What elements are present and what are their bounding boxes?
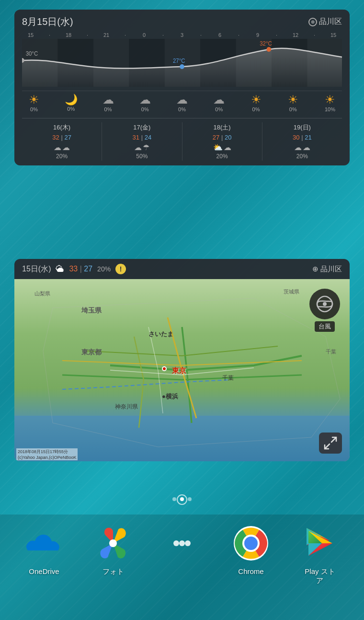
typhoon-label: 台風 [315, 321, 335, 332]
location-label: 品川区 [319, 17, 342, 27]
forecast-day-4: 19(日) 30 | 21 ☁ ☁ 20% [262, 122, 342, 161]
weather-icons-row: ☀ 0% 🌙 0% ☁ 0% ☁ 0% ☁ 0% ☁ 0% ☀ 0% ☀ 0% [22, 91, 342, 114]
w2-date: 15日(水) [22, 264, 51, 274]
timeline-item: 6 [213, 32, 227, 38]
saitama-city-label: さいたま [148, 330, 173, 339]
forecast-icon: ⛅ [213, 143, 223, 152]
svg-point-22 [185, 540, 191, 546]
kanagawa-label: 神奈川県 [115, 403, 138, 411]
forecast-icon: ☁ [303, 143, 310, 152]
timeline-item: 9 [251, 32, 264, 38]
forecast-temps: 32 | 27 [52, 134, 71, 141]
forecast-day-2: 17(金) 31 | 24 ☁ ☂ 50% [102, 122, 182, 161]
svg-point-21 [179, 540, 185, 546]
dot-3 [188, 497, 192, 501]
weather-widget-2[interactable]: 15日(水) 🌥 33 | 27 20% ! ⊕ 品川区 [14, 259, 350, 461]
timeline-item: 0 [137, 32, 151, 38]
dock-item-chrome[interactable]: Chrome [222, 524, 280, 575]
precip-label: 0% [67, 106, 75, 112]
temperature-chart: 30°C 27°C 32°C [22, 39, 342, 87]
precip-label: 0% [141, 106, 149, 112]
timeline-item: 3 [175, 32, 189, 38]
w2-precip: 20% [97, 265, 111, 273]
tokyo-pref-label: 東京都 [81, 348, 102, 357]
w2-location: ⊕ 品川区 [312, 265, 342, 274]
cloudy-icon: ☁ [176, 93, 188, 106]
timeline-item: 15 [327, 32, 340, 38]
forecast-date: 18(土) [214, 123, 231, 132]
weather-slot: ☁ 0% [207, 93, 231, 112]
onedrive-icon[interactable] [25, 524, 63, 562]
svg-text:27°C: 27°C [173, 58, 185, 64]
weather-slot: ☁ 0% [170, 93, 194, 112]
map-container[interactable]: 埼玉県 東京都 さいたま 東京 ●横浜 千葉 神奈川県 茨城県 千葉 山梨県 台… [14, 279, 350, 461]
forecast-date: 19(日) [294, 123, 311, 132]
tokyo-label: 東京 [172, 366, 186, 375]
chrome-label: Chrome [238, 567, 263, 575]
cloudy-icon: ☁ [213, 93, 225, 106]
yokohama-label: ●横浜 [162, 392, 178, 401]
timeline-item: · [119, 32, 132, 38]
forecast-icon: ☁ [294, 143, 302, 152]
forecast-icon: ☂ [143, 143, 149, 152]
forecast-date: 16(木) [53, 123, 70, 132]
typhoon-icon [309, 289, 340, 319]
dock-item-photos[interactable]: フォト [84, 524, 142, 576]
precip-label: 0% [215, 106, 223, 112]
forecast-day-1: 16(木) 32 | 27 ☁ ☁ 20% [22, 122, 102, 161]
sunny-icon: ☀ [29, 93, 39, 106]
timeline-item: 18 [62, 32, 75, 38]
playstore-label: Play スト ア [305, 567, 335, 585]
chiba-label: 千葉 [222, 374, 234, 382]
timeline-item: · [157, 32, 170, 38]
home-indicator[interactable] [177, 494, 187, 505]
forecast-precip: 20% [56, 153, 68, 160]
moon-cloud-icon: 🌙 [65, 94, 78, 106]
cloudy-icon: ☁ [102, 93, 114, 106]
photos-label: フォト [102, 567, 124, 576]
svg-line-18 [325, 444, 330, 448]
forecast-icon: ☁ [224, 143, 231, 152]
timeline-item: · [194, 32, 208, 38]
map-copyright: 2018年08月15日17時55分 (c)Yahoo Japan,(c)OPeN… [16, 448, 78, 460]
forecast-temps: 31 | 24 [133, 134, 152, 141]
w2-cloud-icon: 🌥 [56, 264, 64, 274]
forecast-precip: 20% [296, 153, 308, 160]
widget-header: 8月15日(水) ⊕ 品川区 [22, 15, 342, 28]
location-badge: ⊕ 品川区 [308, 17, 342, 27]
forecast-temps: 27 | 20 [213, 134, 232, 141]
playstore-icon[interactable] [301, 524, 339, 562]
weather-widget-1[interactable]: 8月15日(水) ⊕ 品川区 15 · 18 · 21 · 0 · 3 · 6 … [14, 10, 350, 165]
forecast-precip: 20% [216, 153, 228, 160]
sunny-icon: ☀ [251, 93, 262, 106]
timeline-item: 15 [24, 32, 37, 38]
timeline-item: · [232, 32, 246, 38]
widget-date: 8月15日(水) [22, 15, 73, 28]
forecast-precip: 50% [136, 153, 148, 160]
dock-item-playstore[interactable]: Play スト ア [291, 524, 349, 585]
apps-icon[interactable] [163, 524, 201, 562]
svg-point-16 [323, 302, 327, 306]
svg-text:30°C: 30°C [26, 50, 38, 57]
weather-slot: ☀ 0% [281, 93, 305, 112]
svg-text:32°C: 32°C [260, 40, 272, 47]
weather-slot: ☁ 0% [96, 93, 120, 112]
typhoon-badge: 台風 [309, 289, 340, 332]
svg-point-20 [173, 540, 179, 546]
forecast-date: 17(金) [133, 123, 150, 132]
svg-point-25 [244, 537, 258, 550]
expand-button[interactable] [319, 433, 342, 454]
dock-item-apps[interactable] [153, 524, 211, 567]
photos-icon[interactable] [94, 524, 132, 562]
location-icon: ⊕ [308, 18, 317, 26]
chrome-icon[interactable] [232, 524, 270, 562]
timeline-item: · [43, 32, 57, 38]
onedrive-label: OneDrive [29, 567, 59, 575]
timeline-item: · [270, 32, 284, 38]
forecast-temps: 30 | 21 [293, 134, 312, 141]
precip-label: 0% [30, 106, 38, 112]
ibaraki-label: 茨城県 [284, 288, 299, 295]
timeline-item: 12 [289, 32, 302, 38]
dock-item-onedrive[interactable]: OneDrive [15, 524, 73, 575]
svg-point-12 [180, 64, 184, 69]
